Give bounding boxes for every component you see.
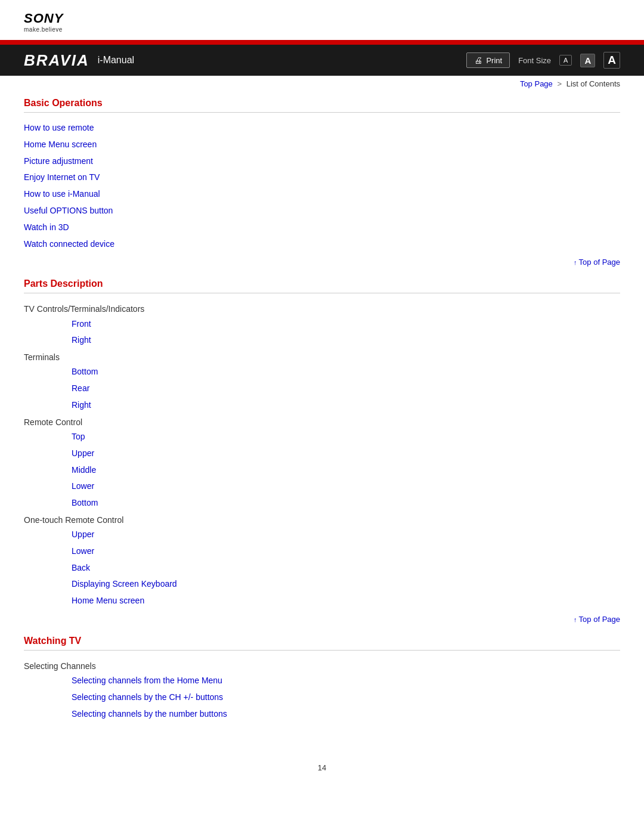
link-remote-bottom[interactable]: Bottom xyxy=(72,498,98,507)
basic-operations-list: How to use remote Home Menu screen Pictu… xyxy=(24,121,620,251)
link-remote-top[interactable]: Top xyxy=(72,432,85,441)
list-item: Lower xyxy=(72,544,620,559)
link-watch-connected-device[interactable]: Watch connected device xyxy=(24,239,114,249)
link-remote-upper[interactable]: Upper xyxy=(72,448,94,458)
breadcrumb: Top Page > List of Contents xyxy=(0,76,644,92)
list-item: Displaying Screen Keyboard xyxy=(72,577,620,592)
home-menu-list: Home Menu screen xyxy=(24,594,620,608)
link-how-to-use-imanual[interactable]: How to use i-Manual xyxy=(24,189,100,199)
list-item: Rear xyxy=(72,382,620,396)
link-enjoy-internet-on-tv[interactable]: Enjoy Internet on TV xyxy=(24,172,100,182)
list-item: Lower xyxy=(72,479,620,494)
terminals-list: Bottom Rear Right xyxy=(24,365,620,412)
list-item: Enjoy Internet on TV xyxy=(24,171,620,185)
font-size-small-button[interactable]: A xyxy=(559,55,572,66)
list-item: Home Menu screen xyxy=(72,594,620,608)
list-item: Watch connected device xyxy=(24,237,620,252)
list-item: How to use i-Manual xyxy=(24,187,620,202)
main-content: Basic Operations How to use remote Home … xyxy=(0,92,644,751)
one-touch-list: Upper Lower Back Displaying Screen Keybo… xyxy=(24,528,620,592)
top-of-page-1: ↑Top of Page xyxy=(24,257,620,267)
link-onetouch-upper[interactable]: Upper xyxy=(72,529,94,539)
list-item: Selecting channels by the number buttons xyxy=(72,707,620,721)
font-size-label: Font Size xyxy=(518,56,551,65)
list-item: Top xyxy=(72,430,620,444)
selecting-channels-label: Selecting Channels xyxy=(24,659,620,674)
nav-bar: BRAVIA i-Manual 🖨 Print Font Size A A A xyxy=(0,45,644,76)
list-item: Upper xyxy=(72,528,620,542)
page-number: 14 xyxy=(0,751,644,784)
watching-tv-title: Watching TV xyxy=(24,636,620,646)
list-item: Bottom xyxy=(72,496,620,510)
top-of-page-link-2[interactable]: ↑Top of Page xyxy=(574,615,620,624)
font-size-medium-button[interactable]: A xyxy=(580,54,595,67)
link-how-to-use-remote[interactable]: How to use remote xyxy=(24,123,94,132)
list-item: How to use remote xyxy=(24,121,620,135)
list-item: Upper xyxy=(72,447,620,461)
list-item: Back xyxy=(72,561,620,575)
basic-operations-section: Basic Operations How to use remote Home … xyxy=(24,98,620,267)
header-logo-area: SONY make.believe xyxy=(0,0,644,40)
selecting-channels-list: Selecting channels from the Home Menu Se… xyxy=(24,674,620,721)
section-divider-3 xyxy=(24,650,620,651)
red-stripe xyxy=(0,40,644,45)
bravia-logo: BRAVIA xyxy=(24,51,89,70)
basic-operations-title: Basic Operations xyxy=(24,98,620,109)
list-item: Bottom xyxy=(72,365,620,379)
link-useful-options-button[interactable]: Useful OPTIONS button xyxy=(24,206,113,215)
section-divider-2 xyxy=(24,293,620,293)
link-home-menu-screen[interactable]: Home Menu screen xyxy=(24,140,97,149)
remote-control-list: Top Upper Middle Lower Bottom xyxy=(24,430,620,510)
nav-bar-right: 🖨 Print Font Size A A A xyxy=(466,52,620,69)
one-touch-label: One-touch Remote Control xyxy=(24,513,620,528)
nav-bar-left: BRAVIA i-Manual xyxy=(24,51,134,70)
parts-description-section: Parts Description TV Controls/Terminals/… xyxy=(24,278,620,624)
list-item: Picture adjustment xyxy=(24,154,620,169)
top-of-page-2: ↑Top of Page xyxy=(24,614,620,624)
link-terminals-right[interactable]: Right xyxy=(72,400,91,410)
link-onetouch-lower[interactable]: Lower xyxy=(72,546,94,556)
remote-control-label: Remote Control xyxy=(24,415,620,430)
list-item: Right xyxy=(72,333,620,348)
link-remote-lower[interactable]: Lower xyxy=(72,481,94,491)
parts-description-title: Parts Description xyxy=(24,278,620,289)
top-of-page-link-1[interactable]: ↑Top of Page xyxy=(574,258,620,267)
link-channels-ch-buttons[interactable]: Selecting channels by the CH +/- buttons xyxy=(72,692,223,702)
tv-controls-label: TV Controls/Terminals/Indicators xyxy=(24,302,620,317)
watching-tv-section: Watching TV Selecting Channels Selecting… xyxy=(24,636,620,721)
list-item: Selecting channels from the Home Menu xyxy=(72,674,620,688)
link-tv-right[interactable]: Right xyxy=(72,335,91,345)
breadcrumb-current: List of Contents xyxy=(566,79,620,88)
up-arrow-icon-1: ↑ xyxy=(574,259,577,266)
section-divider-1 xyxy=(24,112,620,113)
tv-controls-list: Front Right xyxy=(24,317,620,348)
link-watch-in-3d[interactable]: Watch in 3D xyxy=(24,222,69,232)
list-item: Front xyxy=(72,317,620,332)
terminals-label: Terminals xyxy=(24,350,620,365)
sony-tagline: make.believe xyxy=(24,26,63,33)
sony-logo: SONY make.believe xyxy=(24,11,63,33)
breadcrumb-separator: > xyxy=(557,79,562,88)
link-channels-number-buttons[interactable]: Selecting channels by the number buttons xyxy=(72,709,227,719)
list-item: Right xyxy=(72,398,620,413)
link-onetouch-back[interactable]: Back xyxy=(72,563,90,572)
sony-logo-text: SONY xyxy=(24,11,63,26)
breadcrumb-top-page[interactable]: Top Page xyxy=(520,79,553,88)
link-tv-front[interactable]: Front xyxy=(72,319,91,329)
font-size-large-button[interactable]: A xyxy=(603,52,620,69)
list-item: Selecting channels by the CH +/- buttons xyxy=(72,690,620,705)
link-terminals-bottom[interactable]: Bottom xyxy=(72,367,98,376)
link-remote-middle[interactable]: Middle xyxy=(72,465,96,475)
link-home-menu-screen-2[interactable]: Home Menu screen xyxy=(72,596,144,605)
link-terminals-rear[interactable]: Rear xyxy=(72,383,89,393)
list-item: Useful OPTIONS button xyxy=(24,204,620,218)
up-arrow-icon-2: ↑ xyxy=(574,616,577,623)
link-onetouch-screen-keyboard[interactable]: Displaying Screen Keyboard xyxy=(72,579,177,589)
link-picture-adjustment[interactable]: Picture adjustment xyxy=(24,156,93,166)
list-item: Home Menu screen xyxy=(24,138,620,152)
list-item: Watch in 3D xyxy=(24,221,620,235)
link-channels-home-menu[interactable]: Selecting channels from the Home Menu xyxy=(72,676,222,685)
imanual-label: i-Manual xyxy=(98,55,134,66)
list-item: Middle xyxy=(72,463,620,478)
print-button[interactable]: 🖨 Print xyxy=(466,52,510,68)
